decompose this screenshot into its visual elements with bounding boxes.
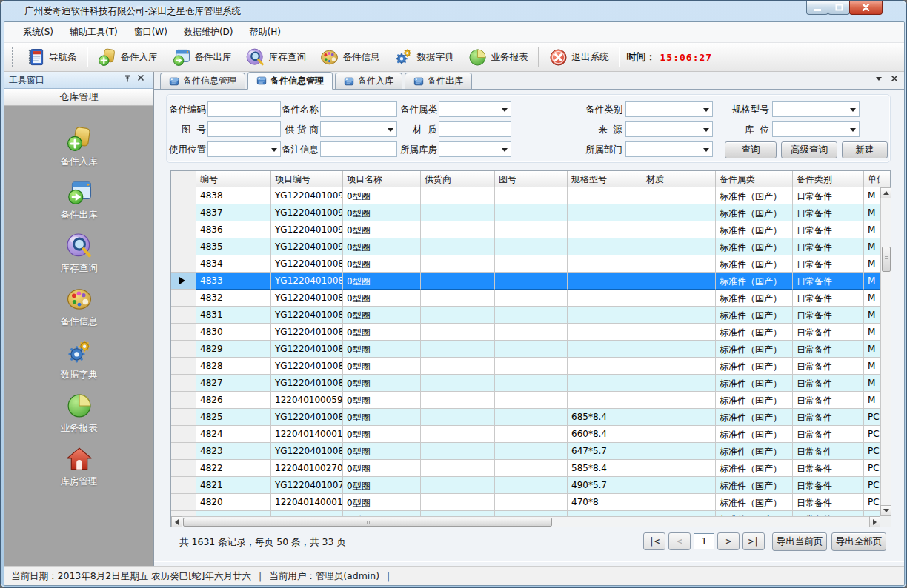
toolbar-button-navbar[interactable]: 导航条 — [19, 45, 84, 70]
export-all-pages-button[interactable]: 导出全部页 — [831, 532, 886, 551]
toolbar-button-exit[interactable]: 退出系统 — [542, 45, 616, 70]
row-header-cell[interactable] — [171, 341, 196, 358]
row-header-cell[interactable] — [171, 324, 196, 341]
horizontal-scroll-thumb[interactable] — [183, 518, 552, 527]
row-header-cell[interactable] — [171, 307, 196, 324]
table-row[interactable]: 4827YG122040100820型圈标准件（国产）日常备件M — [171, 375, 880, 392]
vertical-scroll-thumb[interactable] — [882, 247, 891, 272]
field-sskf-dropdown[interactable] — [439, 141, 511, 157]
query-button[interactable]: 查询 — [725, 141, 777, 158]
toolbar-button-parts-info[interactable]: 备件信息 — [313, 45, 387, 70]
table-row[interactable]: 4838YG122040100930型圈标准件（国产）日常备件M — [171, 187, 880, 204]
sidebar-item-data-dict[interactable]: 数据字典 — [61, 338, 98, 381]
menu-item-4[interactable]: 帮助(H) — [242, 23, 289, 41]
adv-query-button[interactable]: 高级查询 — [781, 141, 837, 158]
scroll-left-button[interactable] — [171, 516, 182, 527]
toolbar-grip[interactable] — [10, 47, 16, 67]
toolbar-button-parts-in[interactable]: 备件入库 — [90, 45, 165, 70]
scroll-up-button[interactable] — [880, 187, 891, 198]
column-header-0[interactable]: 编号 — [196, 171, 271, 187]
table-row[interactable]: 482412204014000120型圈660*8.4标准件（国产）日常备件PC — [171, 426, 880, 443]
column-header-8[interactable]: 备件类别 — [793, 171, 864, 187]
field-syywz-dropdown[interactable] — [207, 141, 281, 157]
table-row[interactable]: 4835YG122040100900型圈标准件（国产）日常备件M — [171, 238, 880, 255]
new-button[interactable]: 新建 — [842, 141, 888, 158]
field-ssbm-dropdown[interactable] — [625, 141, 713, 157]
row-header-cell[interactable] — [171, 443, 196, 460]
table-row[interactable]: 482012204014000130型圈470*8标准件（国产）日常备件PC — [171, 494, 880, 511]
column-header-5[interactable]: 规格型号 — [568, 171, 642, 187]
table-row[interactable]: 4829YG122040100840型圈标准件（国产）日常备件M — [171, 341, 880, 358]
field-bjmc[interactable] — [320, 101, 397, 117]
sidebar-item-inventory-query[interactable]: 库存查询 — [61, 232, 98, 275]
table-row[interactable]: 4836YG122040100910型圈标准件（国产）日常备件M — [171, 221, 880, 238]
tab-list-dropdown-icon[interactable] — [876, 77, 882, 81]
row-header-cell[interactable] — [171, 358, 196, 375]
sidebar-section-warehouse[interactable]: 仓库管理 — [4, 89, 153, 106]
table-row[interactable]: 4828YG122040100830型圈标准件（国产）日常备件M — [171, 358, 880, 375]
page-number-input[interactable] — [694, 533, 714, 549]
minimize-button[interactable] — [806, 1, 828, 15]
field-bzxx[interactable] — [320, 141, 397, 157]
close-button[interactable] — [849, 1, 883, 15]
table-row[interactable]: 4821YG122040100790型圈490*5.7标准件（国产）日常备件PC — [171, 477, 880, 494]
table-row[interactable]: 4823YG122040100800型圈647*5.7标准件（国产）日常备件PC — [171, 443, 880, 460]
menu-item-3[interactable]: 数据维护(D) — [176, 23, 242, 41]
menu-item-1[interactable]: 辅助工具(T) — [62, 23, 126, 41]
column-header-7[interactable]: 备件属类 — [716, 171, 793, 187]
tab-1-active[interactable]: 备件信息管理 — [247, 72, 333, 90]
row-header-cell[interactable] — [171, 290, 196, 307]
row-header-cell[interactable] — [171, 494, 196, 511]
row-header-cell[interactable] — [171, 426, 196, 443]
prev-page-button[interactable]: < — [668, 532, 691, 550]
field-ghs-dropdown[interactable] — [320, 121, 397, 137]
row-header-cell[interactable] — [171, 255, 196, 273]
scroll-right-button[interactable] — [869, 516, 880, 527]
horizontal-scrollbar[interactable] — [171, 516, 880, 527]
last-page-button[interactable]: >| — [742, 532, 765, 550]
row-header-cell[interactable] — [171, 460, 196, 477]
row-header-cell[interactable] — [171, 221, 196, 238]
field-th[interactable] — [207, 121, 281, 137]
next-page-button[interactable]: > — [717, 532, 740, 550]
table-row[interactable]: 482212204010027000型圈585*8.4标准件（国产）日常备件PC — [171, 460, 880, 477]
table-row[interactable]: 4832YG122040100870型圈标准件（国产）日常备件M — [171, 290, 880, 307]
tab-close-icon[interactable] — [891, 75, 898, 82]
sidebar-item-parts-in[interactable]: 备件入库 — [61, 125, 98, 168]
table-row[interactable]: 4834YG122040100890型圈标准件（国产）日常备件M — [171, 255, 880, 273]
row-header-cell[interactable] — [171, 409, 196, 426]
table-row[interactable]: 4830YG122040100850型圈标准件（国产）日常备件M — [171, 324, 880, 341]
row-header-cell[interactable] — [171, 392, 196, 409]
sidebar-close-icon[interactable] — [137, 74, 149, 86]
field-bjbm[interactable] — [207, 101, 281, 117]
column-header-3[interactable]: 供货商 — [421, 171, 495, 187]
column-header-9[interactable]: 单位 — [864, 171, 880, 187]
tab-0[interactable]: 备件信息管理 — [160, 73, 245, 89]
column-header-6[interactable]: 材质 — [642, 171, 716, 187]
table-row[interactable]: 4831YG122040100860型圈标准件（国产）日常备件M — [171, 307, 880, 324]
column-header-2[interactable]: 项目名称 — [343, 171, 421, 187]
toolbar-button-report[interactable]: 业务报表 — [461, 45, 535, 70]
sidebar-item-warehouse[interactable]: 库房管理 — [61, 445, 98, 488]
row-header-cell[interactable] — [171, 187, 196, 204]
maximize-button[interactable] — [828, 1, 850, 15]
sidebar-item-parts-out[interactable]: 备件出库 — [61, 178, 98, 221]
vertical-scrollbar[interactable] — [880, 187, 891, 516]
table-row[interactable]: 4825YG122040100810型圈685*8.4标准件（国产）日常备件PC — [171, 409, 880, 426]
field-bjsl-dropdown[interactable] — [439, 101, 511, 117]
tab-2[interactable]: 备件入库 — [335, 73, 402, 89]
column-header-4[interactable]: 图号 — [495, 171, 568, 187]
table-row[interactable]: 0型圈标准件（国产）日常备件 — [171, 511, 880, 516]
field-ggxh-dropdown[interactable] — [772, 101, 860, 117]
row-header-cell[interactable] — [171, 238, 196, 255]
column-header-1[interactable]: 项目编号 — [271, 171, 343, 187]
field-ly-dropdown[interactable] — [625, 121, 713, 137]
row-header-cell[interactable] — [171, 511, 196, 516]
toolbar-button-data-dict[interactable]: 数据字典 — [387, 45, 461, 70]
row-header-cell[interactable] — [171, 204, 196, 221]
tab-3[interactable]: 备件出库 — [405, 73, 472, 89]
toolbar-button-inventory-query[interactable]: 库存查询 — [239, 45, 313, 70]
scroll-down-button[interactable] — [880, 505, 891, 516]
row-header-cell[interactable] — [171, 477, 196, 494]
toolbar-button-parts-out[interactable]: 备件出库 — [165, 45, 239, 70]
